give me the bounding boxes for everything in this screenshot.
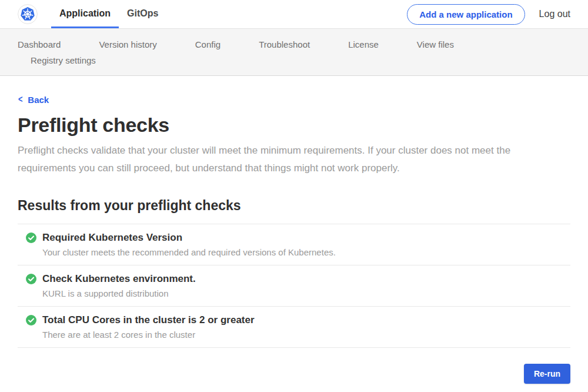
rerun-button[interactable]: Re-run [524,364,570,384]
preflight-page: < Back Preflight checks Preflight checks… [0,76,588,384]
footer-actions: Re-run [18,364,570,384]
subnav-row-1: Dashboard Version history Config Trouble… [0,29,588,52]
results-heading: Results from your preflight checks [18,198,570,214]
check-title: Required Kubernetes Version [42,232,182,244]
primary-tabs: Application GitOps [51,0,166,28]
logout-link[interactable]: Log out [539,9,570,19]
subnav-item-registry-settings[interactable]: Registry settings [31,55,96,65]
page-description: Preflight checks validate that your clus… [18,142,554,177]
tab-application-label: Application [59,8,111,19]
tab-gitops[interactable]: GitOps [119,0,166,28]
subnav-row-2: Registry settings [0,52,588,75]
subnav-item-license[interactable]: License [348,39,379,49]
preflight-check-row: Required Kubernetes Version Your cluster… [18,224,570,265]
preflight-check-row: Check Kubernetes environment. KURL is a … [18,265,570,306]
page-title: Preflight checks [18,114,570,137]
preflight-results-list: Required Kubernetes Version Your cluster… [18,224,570,348]
subnav-item-view-files[interactable]: View files [417,39,454,49]
check-success-icon [26,315,36,325]
check-success-icon [26,232,36,243]
back-link[interactable]: < Back [18,94,49,105]
check-title: Total CPU Cores in the cluster is 2 or g… [42,314,255,326]
tab-gitops-label: GitOps [127,8,158,19]
check-message: There are at least 2 cores in the cluste… [42,330,570,340]
kubernetes-logo [18,4,38,24]
back-link-label: Back [28,95,49,105]
app-header: Application GitOps Add a new application… [0,0,588,29]
chevron-left-icon: < [18,94,22,105]
add-application-button[interactable]: Add a new application [407,4,524,25]
header-right: Add a new application Log out [407,4,570,25]
check-title: Check Kubernetes environment. [42,273,196,285]
subnav-item-config[interactable]: Config [195,39,220,49]
check-message: KURL is a supported distribution [42,288,570,298]
check-message: Your cluster meets the recommended and r… [42,247,570,257]
subnav-item-troubleshoot[interactable]: Troubleshoot [259,39,310,49]
check-success-icon [26,274,36,284]
app-subnav: Dashboard Version history Config Trouble… [0,29,588,76]
tab-application[interactable]: Application [51,0,119,28]
preflight-check-row: Total CPU Cores in the cluster is 2 or g… [18,306,570,347]
subnav-item-dashboard[interactable]: Dashboard [18,39,61,49]
subnav-item-version-history[interactable]: Version history [99,39,156,49]
